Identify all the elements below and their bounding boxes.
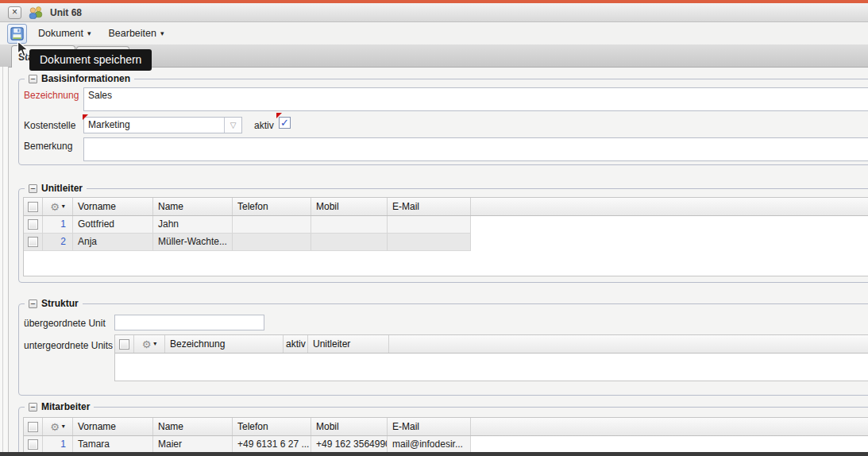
legend-text: Struktur	[41, 298, 79, 309]
fieldset-legend: − Mitarbeiter	[25, 400, 94, 413]
caret-down-icon: ▾	[62, 203, 65, 210]
collapse-icon[interactable]: −	[29, 299, 37, 308]
column-header[interactable]: Telefon	[233, 198, 311, 215]
column-header[interactable]: Bezeichnung	[165, 335, 284, 353]
gear-icon: ⚙	[50, 422, 60, 432]
unit-group-icon	[28, 6, 44, 19]
cell-mobil: +49 162 3564990	[311, 436, 388, 454]
table-row[interactable]: 1 Gottfried Jahn	[24, 216, 868, 234]
row-checkbox[interactable]	[28, 237, 38, 247]
aktiv-checkbox[interactable]: ✓	[279, 117, 291, 129]
row-checkbox[interactable]	[28, 439, 38, 450]
column-header[interactable]: Vorname	[73, 198, 153, 215]
grid-actions-cell[interactable]: ⚙ ▾	[43, 198, 73, 215]
table-row[interactable]: 1 Tamara Maier +49 6131 6 27 ... +49 162…	[24, 436, 868, 454]
uebergeordnete-unit-input[interactable]	[114, 315, 264, 330]
mouse-cursor-icon	[17, 41, 30, 62]
unitleiter-grid: ⚙ ▾ Vorname Name Telefon Mobil E-Mail 1 …	[23, 197, 868, 276]
column-header[interactable]: Vorname	[73, 418, 153, 435]
caret-down-icon: ▾	[160, 30, 164, 37]
modified-marker	[276, 113, 282, 118]
column-header[interactable]: Name	[153, 198, 233, 215]
fieldset-legend: − Unitleiter	[25, 182, 87, 195]
caret-down-icon: ▾	[153, 341, 156, 347]
cell-name: Jahn	[153, 216, 233, 234]
bezeichnung-input[interactable]: Sales	[83, 87, 868, 111]
toolbar: Dokument ▾ Bearbeiten ▾	[0, 22, 868, 44]
bezeichnung-label: Bezeichnung	[24, 90, 79, 101]
table-row[interactable]: 2 Anja Müller-Wachte...	[24, 234, 868, 251]
fieldset-mitarbeiter: − Mitarbeiter ⚙ ▾ Vorname Name Telefon M…	[18, 407, 868, 456]
cell-telefon	[233, 216, 311, 234]
grid-actions-cell[interactable]: ⚙ ▾	[43, 418, 73, 435]
menu-dokument[interactable]: Dokument ▾	[38, 28, 91, 39]
bemerkung-label: Bemerkung	[24, 141, 72, 152]
close-button[interactable]: ×	[8, 6, 21, 19]
cell-name: Müller-Wachte...	[153, 234, 233, 251]
select-all-cell	[24, 198, 43, 215]
untergeordnete-units-grid: ⚙ ▾ Bezeichnung aktiv Unitleiter	[114, 334, 868, 381]
column-header[interactable]: Mobil	[311, 418, 388, 435]
app-window: × Unit 68 Dokument	[0, 0, 868, 456]
menu-bearbeiten-label: Bearbeiten	[109, 28, 156, 39]
left-gutter-divider	[2, 67, 3, 456]
fieldset-unitleiter: − Unitleiter ⚙ ▾ Vorname Name Telefon Mo…	[18, 188, 868, 283]
legend-text: Basisinformationen	[41, 73, 130, 84]
aktiv-label: aktiv	[254, 120, 274, 131]
cell-telefon: +49 6131 6 27 ...	[233, 436, 311, 454]
caret-down-icon: ▾	[87, 30, 91, 37]
collapse-icon[interactable]: −	[29, 403, 37, 412]
cell-vorname: Tamara	[73, 436, 153, 454]
select-all-checkbox[interactable]	[28, 422, 38, 432]
select-all-checkbox[interactable]	[119, 339, 129, 350]
select-all-cell	[115, 335, 134, 353]
column-header[interactable]: E-Mail	[388, 418, 471, 435]
cell-vorname: Anja	[73, 234, 153, 251]
kostenstelle-combobox[interactable]: Marketing ▽	[83, 117, 242, 133]
column-header[interactable]: Name	[153, 418, 233, 435]
cell-mobil	[311, 216, 388, 234]
kostenstelle-value: Marketing	[88, 119, 130, 130]
row-number: 1	[43, 216, 73, 234]
untergeordnete-units-label: untergeordnete Units	[24, 340, 113, 351]
grid-header-row: ⚙ ▾ Vorname Name Telefon Mobil E-Mail	[24, 198, 868, 216]
save-tooltip: Dokument speichern	[29, 49, 152, 71]
legend-text: Unitleiter	[41, 183, 83, 194]
column-header[interactable]: aktiv	[284, 335, 308, 353]
cell-email	[388, 234, 471, 251]
fieldset-struktur: − Struktur übergeordnete Unit untergeord…	[18, 303, 868, 396]
gear-icon: ⚙	[50, 202, 60, 212]
combo-dropdown-button[interactable]: ▽	[224, 118, 241, 133]
grid-actions-cell[interactable]: ⚙ ▾	[134, 335, 165, 353]
select-all-checkbox[interactable]	[28, 202, 38, 212]
collapse-icon[interactable]: −	[29, 75, 37, 83]
cell-email: mail@infodesir...	[388, 436, 471, 454]
row-number: 1	[43, 436, 73, 454]
row-select-cell	[24, 216, 43, 234]
fieldset-basisinformationen: − Basisinformationen Bezeichnung Sales K…	[18, 79, 868, 165]
column-header[interactable]: Mobil	[311, 198, 388, 215]
fieldset-legend: − Basisinformationen	[25, 72, 134, 85]
mitarbeiter-grid: ⚙ ▾ Vorname Name Telefon Mobil E-Mail 1 …	[23, 417, 868, 456]
legend-text: Mitarbeiter	[41, 401, 90, 412]
select-all-cell	[24, 418, 43, 435]
fieldset-legend: − Struktur	[25, 297, 83, 310]
gear-icon: ⚙	[142, 339, 152, 350]
column-header[interactable]: E-Mail	[388, 198, 471, 215]
grid-header-row: ⚙ ▾ Vorname Name Telefon Mobil E-Mail	[24, 418, 868, 436]
column-filler	[471, 418, 868, 435]
row-checkbox[interactable]	[28, 219, 38, 230]
caret-down-icon: ▾	[62, 423, 65, 430]
left-gutter	[0, 67, 8, 456]
column-header[interactable]: Telefon	[233, 418, 311, 435]
column-header[interactable]: Unitleiter	[308, 335, 389, 353]
form-panel: − Basisinformationen Bezeichnung Sales K…	[8, 67, 868, 452]
menu-dokument-label: Dokument	[38, 28, 83, 39]
cell-telefon	[233, 234, 311, 251]
menu-bearbeiten[interactable]: Bearbeiten ▾	[109, 28, 164, 39]
uebergeordnete-unit-label: übergeordnete Unit	[24, 318, 106, 329]
collapse-icon[interactable]: −	[29, 184, 37, 193]
bemerkung-input[interactable]	[83, 137, 868, 161]
check-icon: ✓	[280, 117, 289, 129]
row-number: 2	[43, 234, 73, 251]
